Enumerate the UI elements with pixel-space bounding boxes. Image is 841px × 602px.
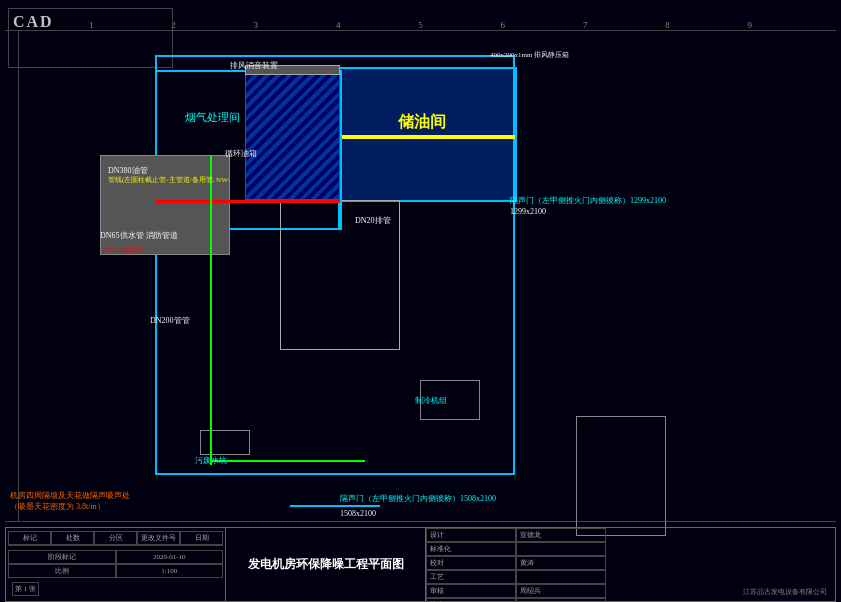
frame-left-rule xyxy=(18,30,19,522)
gen-inner-detail xyxy=(576,416,666,536)
col-8: 8 xyxy=(665,20,670,30)
btb-left-section: 标记 处数 分区 更改文件号 日期 阶段标记 2020-01-10 比例 1:1… xyxy=(6,528,226,601)
drawing-title-text: 发电机房环保降噪工程平面图 xyxy=(248,556,404,573)
dn65-label: DN65供水管 消防管道 xyxy=(100,230,178,241)
cooling-label: 制冷机组 xyxy=(415,395,447,406)
noise-panel xyxy=(245,70,340,200)
cad-title-text: CAD xyxy=(13,13,54,31)
cad-title-block: CAD xyxy=(8,8,173,68)
dn200-label: DN200管管 xyxy=(150,315,190,326)
door1-label: 隔声门（左甲侧推火门内侧彼称）1299x2100 xyxy=(510,195,666,206)
yellow-pipe-line xyxy=(340,135,515,139)
btb-page-val: 第 1 张 xyxy=(12,582,39,596)
btb-scale-val: 1:100 xyxy=(116,564,224,578)
designer-name: 宣德龙 xyxy=(516,528,606,542)
dn65-red-label: DN65供水管 xyxy=(105,245,143,255)
company-name: 江苏品古发电设备有限公司 xyxy=(743,587,827,597)
door1-dim: 1299x2100 xyxy=(510,207,546,216)
btb-scale-label: 比例 xyxy=(8,564,116,578)
col-6: 6 xyxy=(501,20,506,30)
col-7: 7 xyxy=(583,20,588,30)
drawing-title-block: 发电机房环保降噪工程平面图 xyxy=(226,528,426,601)
role1-label: 标准化 xyxy=(426,542,516,556)
btb-right-section: 设计 宣德龙 标准化 校对 黄涛 工艺 审核 周绍兵 批准 xyxy=(426,528,606,601)
role2-val xyxy=(516,570,606,584)
btb-label5: 日期 xyxy=(180,531,223,545)
bottom-door-line xyxy=(290,505,380,507)
circulation-tank-label: 循环油箱 xyxy=(225,148,257,159)
role1-val xyxy=(516,542,606,556)
room-divider xyxy=(340,70,342,230)
note-line1: 机房四周隔墙及天花做隔声吸声处 xyxy=(10,490,130,501)
btb-label2: 处数 xyxy=(51,531,94,545)
vent-top-right-label: 400x200x1mm 排风静压箱 xyxy=(490,50,569,60)
waste-water-label: 污废水坑 xyxy=(195,455,227,466)
smoke-room-label: 烟气处理间 xyxy=(185,110,240,125)
btb-date-label: 阶段标记 xyxy=(8,550,116,564)
green-pipe-vertical xyxy=(210,155,212,465)
btb-label3: 分区 xyxy=(94,531,137,545)
door2-label: 隔声门（左甲侧推火门内侧彼称）1508x2100 xyxy=(340,493,496,504)
role2-label: 工艺 xyxy=(426,570,516,584)
door2-dim: 1508x2100 xyxy=(340,509,376,518)
approve-label: 审核 xyxy=(426,584,516,598)
exhaust-fan-label: 排风消音装置 xyxy=(230,60,278,71)
col-4: 4 xyxy=(336,20,341,30)
note-line2: （吸墨天花密度为 3.8t/m） xyxy=(10,501,130,512)
approver-name: 周绍兵 xyxy=(516,584,606,598)
oil-room-label: 储油间 xyxy=(398,112,446,133)
role3-val xyxy=(516,598,606,602)
yellow-pipe-label: 管线(左圆柱截止管-主管道/备用管, NW- xyxy=(108,175,230,185)
frame-bottom-rule xyxy=(5,521,836,522)
col-9: 9 xyxy=(748,20,753,30)
bottom-title-block: 标记 处数 分区 更改文件号 日期 阶段标记 2020-01-10 比例 1:1… xyxy=(5,527,836,602)
col-3: 3 xyxy=(254,20,259,30)
red-pipe-line xyxy=(155,200,340,203)
btb-date-val: 2020-01-10 xyxy=(116,550,224,564)
btb-label1: 标记 xyxy=(8,531,51,545)
cad-container: 1 2 3 4 5 6 7 8 9 CAD 烟气处理间 储油间 xyxy=(0,0,841,602)
check-label: 校对 xyxy=(426,556,516,570)
note-area: 机房四周隔墙及天花做隔声吸声处 （吸墨天花密度为 3.8t/m） xyxy=(10,490,130,512)
btb-label4: 更改文件号 xyxy=(137,531,180,545)
design-label: 设计 xyxy=(426,528,516,542)
col-5: 5 xyxy=(418,20,423,30)
dn20-label: DN20排管 xyxy=(355,215,391,226)
checker-name: 黄涛 xyxy=(516,556,606,570)
role3-label: 批准 xyxy=(426,598,516,602)
green-pipe-horizontal xyxy=(210,460,365,462)
waste-water-tank xyxy=(200,430,250,455)
